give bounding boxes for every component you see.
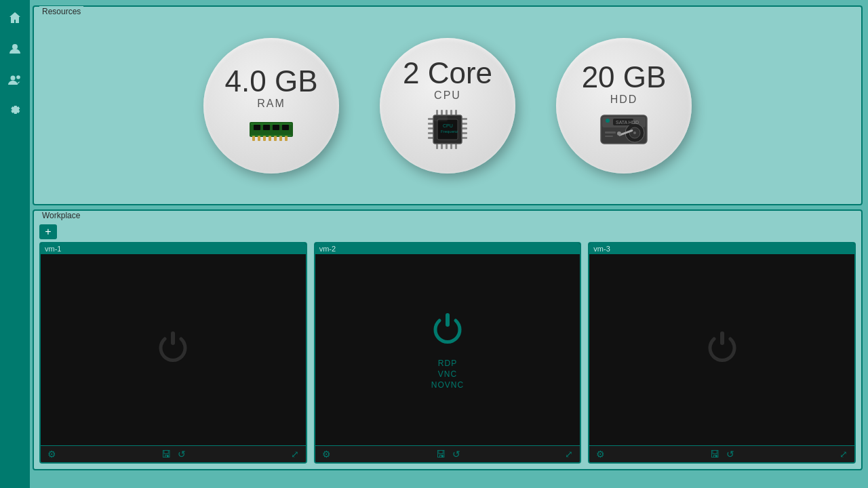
vm-1-title: vm-1: [41, 243, 306, 254]
resource-hdd: 20 GB HDD: [556, 38, 692, 174]
svg-rect-11: [254, 125, 260, 130]
hdd-label: HDD: [610, 94, 638, 106]
svg-rect-35: [462, 132, 467, 134]
main-content: Resources 4.0 GB RAM: [30, 0, 868, 488]
vm-3-snapshot-icon[interactable]: 🖫: [710, 449, 719, 460]
svg-rect-18: [441, 110, 443, 115]
svg-rect-19: [446, 110, 448, 115]
svg-point-51: [606, 119, 610, 123]
bottom-spacer: [33, 474, 863, 483]
vm-card-3: vm-3 ⚙ 🖫 ↺ ⤢: [588, 242, 856, 464]
resource-cpu: 2 Core CPU: [380, 38, 515, 174]
svg-rect-32: [462, 118, 467, 120]
svg-rect-36: [462, 137, 467, 139]
vm-1-settings-icon[interactable]: ⚙: [47, 449, 56, 460]
svg-rect-13: [273, 125, 279, 130]
add-vm-button[interactable]: +: [39, 224, 57, 239]
svg-rect-28: [428, 123, 433, 125]
vm-1-snapshot-icon[interactable]: 🖫: [161, 449, 171, 460]
svg-text:CPU: CPU: [443, 123, 453, 128]
svg-rect-22: [436, 144, 438, 149]
vm-3-body[interactable]: [589, 254, 854, 445]
svg-rect-31: [428, 137, 433, 139]
vm-2-power-icon: [426, 310, 469, 353]
svg-rect-33: [462, 123, 467, 125]
vm-2-snapshot-icon[interactable]: 🖫: [436, 449, 446, 460]
vm-3-power-icon: [701, 328, 744, 371]
svg-rect-14: [282, 125, 289, 130]
svg-rect-30: [428, 132, 433, 134]
vm-card-1: vm-1 ⚙ 🖫 ↺ ⤢: [39, 242, 307, 464]
cpu-value: 2 Core: [403, 58, 492, 88]
svg-rect-49: [605, 131, 616, 134]
vm-1-restore-icon[interactable]: ↺: [178, 449, 186, 460]
vm-2-settings-icon[interactable]: ⚙: [322, 449, 331, 460]
vm-1-body[interactable]: [41, 254, 306, 445]
svg-rect-10: [285, 136, 288, 141]
vm-2-novnc-link[interactable]: NOVNC: [431, 380, 464, 390]
vm-2-footer: ⚙ 🖫 ↺ ⤢: [315, 445, 580, 462]
svg-rect-6: [263, 136, 266, 141]
vm-card-2: vm-2 RDP VNC NOVNC ⚙ 🖫: [314, 242, 582, 464]
vm-2-expand-icon[interactable]: ⤢: [565, 449, 573, 460]
svg-rect-17: [436, 110, 438, 115]
hdd-icon: SATA HDD: [599, 113, 648, 149]
vm-grid: vm-1 ⚙ 🖫 ↺ ⤢ vm-2: [34, 242, 861, 469]
vm-3-expand-icon[interactable]: ⤢: [840, 449, 848, 460]
workplace-panel: Workplace + vm-1 ⚙ 🖫 ↺: [33, 209, 863, 470]
vm-2-vnc-link[interactable]: VNC: [438, 369, 457, 379]
sidebar-item-home[interactable]: [4, 7, 26, 28]
cpu-icon: CPU Frequenz: [427, 108, 469, 153]
svg-rect-9: [279, 136, 282, 141]
svg-point-48: [617, 131, 621, 136]
svg-text:Frequenz: Frequenz: [441, 129, 458, 134]
ram-icon: [248, 117, 294, 145]
svg-rect-4: [252, 136, 255, 141]
vm-2-body[interactable]: RDP VNC NOVNC: [315, 254, 580, 445]
svg-rect-34: [462, 127, 467, 129]
vm-2-rdp-link[interactable]: RDP: [438, 359, 457, 368]
ram-value: 4.0 GB: [225, 66, 318, 96]
svg-rect-27: [428, 118, 433, 120]
svg-rect-8: [274, 136, 277, 141]
vm-2-restore-icon[interactable]: ↺: [452, 449, 460, 460]
vm-1-expand-icon[interactable]: ⤢: [291, 449, 299, 460]
vm-1-footer: ⚙ 🖫 ↺ ⤢: [41, 445, 306, 462]
svg-point-2: [16, 75, 20, 79]
svg-rect-21: [455, 110, 457, 115]
svg-rect-26: [455, 144, 457, 149]
svg-rect-12: [263, 125, 270, 130]
svg-rect-20: [450, 110, 452, 115]
sidebar: [0, 0, 30, 488]
add-vm-row: +: [34, 220, 861, 242]
svg-rect-23: [441, 144, 443, 149]
svg-point-1: [11, 76, 16, 81]
svg-text:SATA HDD: SATA HDD: [616, 120, 639, 125]
vm-2-links: RDP VNC NOVNC: [431, 359, 464, 390]
svg-rect-7: [269, 136, 271, 141]
ram-label: RAM: [257, 98, 285, 110]
hdd-value: 20 GB: [582, 62, 667, 92]
vm-3-footer: ⚙ 🖫 ↺ ⤢: [589, 445, 854, 462]
svg-rect-24: [446, 144, 448, 149]
svg-rect-29: [428, 127, 433, 129]
sidebar-item-settings[interactable]: [4, 100, 26, 122]
resource-ram: 4.0 GB RAM: [203, 38, 339, 174]
sidebar-item-user[interactable]: [4, 38, 26, 60]
vm-3-title: vm-3: [589, 243, 854, 254]
vm-3-restore-icon[interactable]: ↺: [726, 449, 734, 460]
svg-rect-5: [258, 136, 260, 141]
resources-title: Resources: [39, 6, 83, 18]
svg-rect-50: [605, 136, 613, 137]
svg-point-0: [12, 44, 18, 49]
resources-panel: Resources 4.0 GB RAM: [33, 5, 863, 205]
svg-rect-25: [450, 144, 452, 149]
svg-rect-41: [434, 116, 448, 121]
sidebar-item-group[interactable]: [4, 69, 26, 91]
workplace-title: Workplace: [39, 210, 83, 222]
vm-3-settings-icon[interactable]: ⚙: [596, 449, 605, 460]
vm-2-title: vm-2: [315, 243, 580, 254]
cpu-label: CPU: [434, 89, 461, 102]
svg-point-46: [633, 131, 636, 134]
vm-1-power-icon: [151, 328, 195, 371]
